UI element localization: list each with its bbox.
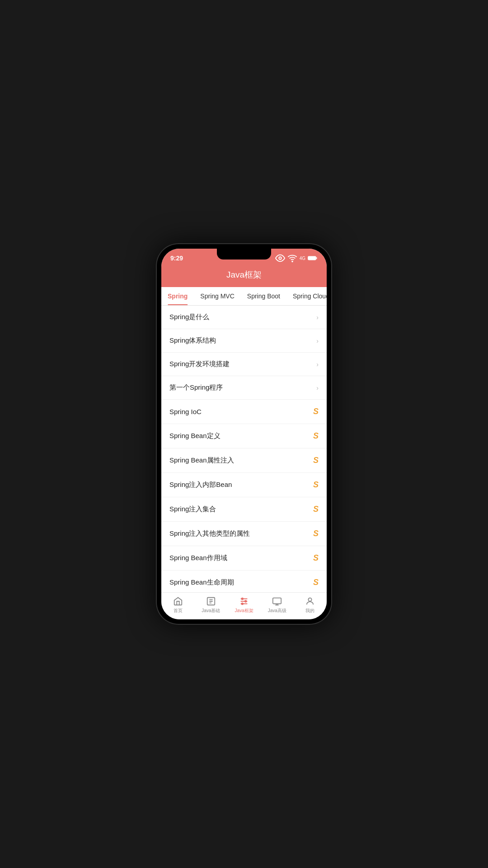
svg-point-10 (242, 598, 244, 600)
eye-icon (275, 253, 285, 263)
content-list: Spring是什么 › Spring体系结构 › Spring开发环境搭建 › … (161, 306, 327, 592)
nav-java-framework[interactable]: Java框架 (227, 596, 260, 614)
premium-badge: S (313, 529, 319, 538)
list-item-text: Spring IoC (169, 408, 202, 415)
page-title: Java框架 (170, 269, 318, 281)
list-item[interactable]: Spring是什么 › (161, 306, 327, 329)
premium-badge: S (313, 431, 319, 441)
nav-java-basic[interactable]: Java基础 (194, 596, 227, 614)
arrow-icon: › (316, 337, 319, 344)
nav-home[interactable]: 首页 (161, 596, 194, 614)
nav-mine-label: 我的 (305, 608, 314, 614)
svg-rect-2 (308, 256, 316, 260)
list-item[interactable]: Spring Bean属性注入 S (161, 448, 327, 473)
list-item[interactable]: Spring IoC S (161, 400, 327, 424)
nav-java-advanced-label: Java高级 (268, 608, 286, 614)
status-icons: 4G (275, 253, 318, 263)
wifi-icon (287, 253, 297, 263)
list-item[interactable]: Spring注入其他类型的属性 S (161, 522, 327, 546)
book-icon (206, 596, 216, 606)
battery-icon (308, 253, 318, 263)
nav-mine[interactable]: 我的 (294, 596, 327, 614)
arrow-icon: › (316, 314, 319, 321)
list-item[interactable]: Spring体系结构 › (161, 329, 327, 353)
list-item-text: Spring Bean生命周期 (169, 578, 234, 587)
list-item[interactable]: Spring注入集合 S (161, 497, 327, 522)
tab-spring-cloud[interactable]: Spring Cloud (286, 287, 327, 305)
tab-spring[interactable]: Spring (161, 287, 194, 305)
list-item-text: Spring Bean属性注入 (169, 456, 234, 465)
list-item-text: Spring Bean定义 (169, 432, 221, 440)
bottom-nav: 首页 Java基础 (161, 592, 327, 619)
list-item[interactable]: Spring注入内部Bean S (161, 473, 327, 497)
nav-java-framework-label: Java框架 (235, 608, 253, 614)
nav-home-label: 首页 (174, 608, 183, 614)
list-item[interactable]: Spring Bean生命周期 S (161, 571, 327, 592)
nav-java-basic-label: Java基础 (202, 608, 220, 614)
list-item[interactable]: Spring Bean作用域 S (161, 546, 327, 571)
svg-point-11 (245, 600, 247, 602)
premium-badge: S (313, 480, 319, 490)
arrow-icon: › (316, 384, 319, 392)
status-time: 9:29 (170, 255, 183, 262)
screen-icon (272, 596, 282, 606)
list-item-text: Spring Bean作用域 (169, 554, 227, 562)
list-item[interactable]: 第一个Spring程序 › (161, 376, 327, 400)
user-icon (305, 596, 315, 606)
filter-icon (239, 596, 249, 606)
svg-point-12 (242, 603, 244, 605)
svg-point-0 (279, 257, 282, 259)
signal-icon: 4G (300, 256, 305, 261)
list-item-text: Spring是什么 (169, 313, 209, 321)
tab-spring-mvc[interactable]: Spring MVC (194, 287, 240, 305)
premium-badge: S (313, 578, 319, 587)
tab-spring-boot[interactable]: Spring Boot (241, 287, 286, 305)
list-item[interactable]: Spring开发环境搭建 › (161, 353, 327, 376)
premium-badge: S (313, 456, 319, 465)
svg-rect-13 (273, 598, 281, 604)
svg-point-1 (292, 261, 293, 262)
tab-bar: Spring Spring MVC Spring Boot Spring Clo… (161, 287, 327, 306)
arrow-icon: › (316, 361, 319, 368)
list-item-text: Spring注入集合 (169, 505, 216, 514)
list-item-text: Spring注入其他类型的属性 (169, 529, 250, 538)
list-item-text: 第一个Spring程序 (169, 383, 223, 392)
list-item[interactable]: Spring Bean定义 S (161, 424, 327, 448)
premium-badge: S (313, 553, 319, 563)
premium-badge: S (313, 407, 319, 416)
nav-java-advanced[interactable]: Java高级 (261, 596, 294, 614)
page-header: Java框架 (161, 265, 327, 287)
list-item-text: Spring体系结构 (169, 336, 216, 345)
premium-badge: S (313, 505, 319, 514)
list-item-text: Spring注入内部Bean (169, 481, 232, 489)
home-icon (173, 596, 183, 606)
list-item-text: Spring开发环境搭建 (169, 360, 230, 368)
svg-point-16 (309, 598, 312, 601)
